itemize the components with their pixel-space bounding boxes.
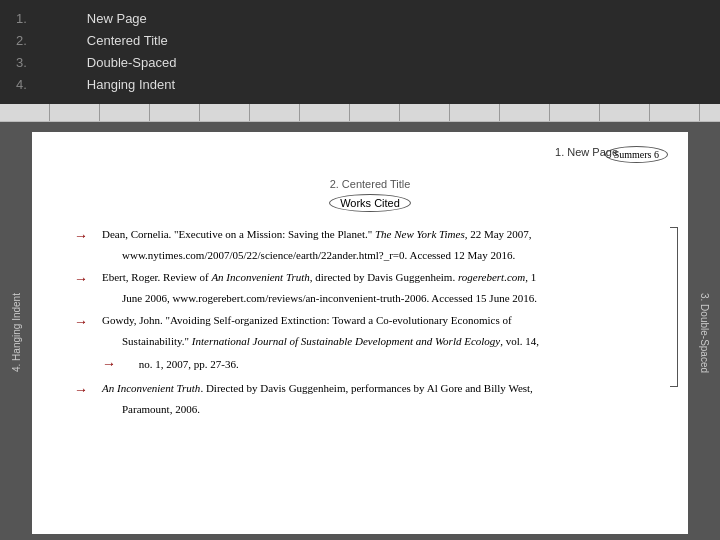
entry-ebert: → Ebert, Roger. Review of An Inconvenien… <box>82 269 658 306</box>
new-page-label: 1. New Page <box>555 146 618 158</box>
entry-film: → An Inconvenient Truth. Directed by Dav… <box>82 380 658 417</box>
arrow-icon-4: → <box>102 356 116 371</box>
document-page: Summers 6 1. New Page 2. Centered Title … <box>32 132 688 534</box>
header-item-3: Double-Spaced <box>87 52 177 74</box>
header-bar: 1. 2. 3. 4. New Page Centered Title Doub… <box>0 0 720 104</box>
entry-film-cont: Paramount, 2006. <box>82 401 658 418</box>
arrow-icon-5: → <box>74 378 88 399</box>
arrow-icon: → <box>74 224 88 245</box>
double-spaced-bracket <box>670 227 684 387</box>
hanging-indent-label: 4. Hanging Indent <box>0 122 32 540</box>
entry-ebert-first: → Ebert, Roger. Review of An Inconvenien… <box>82 269 658 286</box>
entry-gowdy-first: → Gowdy, John. "Avoiding Self-organized … <box>82 312 658 329</box>
double-spaced-label: 3. Double-Spaced <box>688 122 720 540</box>
works-cited-section: Works Cited <box>82 194 658 212</box>
ruler <box>0 104 720 122</box>
works-cited-title: Works Cited <box>329 194 411 212</box>
entry-ebert-cont: June 2006, www.rogerebert.com/reviews/an… <box>82 290 658 307</box>
header-numbers: 1. 2. 3. 4. <box>16 8 27 96</box>
header-item-4: Hanging Indent <box>87 74 177 96</box>
entry-dean-cont: www.nytimes.com/2007/05/22/science/earth… <box>82 247 658 264</box>
entry-gowdy-cont2: → no. 1, 2007, pp. 27-36. <box>82 353 658 374</box>
arrow-icon-3: → <box>74 310 88 331</box>
header-item-1: New Page <box>87 8 177 30</box>
entry-gowdy: → Gowdy, John. "Avoiding Self-organized … <box>82 312 658 374</box>
header-items: New Page Centered Title Double-Spaced Ha… <box>87 8 177 96</box>
entry-film-first: → An Inconvenient Truth. Directed by Dav… <box>82 380 658 397</box>
entry-dean-first: → Dean, Cornelia. "Executive on a Missio… <box>82 226 658 243</box>
doc-area: 4. Hanging Indent Summers 6 1. New Page … <box>0 122 720 540</box>
entry-gowdy-cont1: Sustainability." International Journal o… <box>82 333 658 350</box>
arrow-icon-2: → <box>74 267 88 288</box>
header-item-2: Centered Title <box>87 30 177 52</box>
entry-dean: → Dean, Cornelia. "Executive on a Missio… <box>82 226 658 263</box>
centered-title-label: 2. Centered Title <box>82 178 658 190</box>
